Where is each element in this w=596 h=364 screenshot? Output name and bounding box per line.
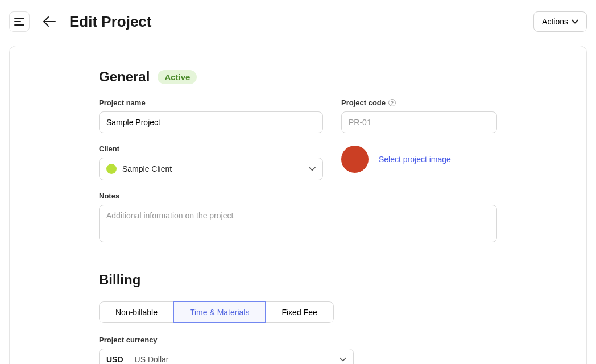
- project-image-preview: [341, 146, 369, 173]
- help-icon[interactable]: ?: [388, 99, 396, 106]
- currency-code: USD: [106, 355, 123, 364]
- project-name-label: Project name: [99, 98, 323, 107]
- project-name-input[interactable]: [99, 111, 323, 133]
- project-code-input[interactable]: [341, 111, 497, 133]
- arrow-left-icon: [43, 16, 56, 27]
- client-label: Client: [99, 144, 323, 153]
- back-button[interactable]: [41, 14, 58, 29]
- actions-label: Actions: [542, 17, 568, 26]
- notes-textarea[interactable]: [99, 205, 497, 242]
- page-title: Edit Project: [69, 13, 151, 31]
- select-project-image-link[interactable]: Select project image: [379, 155, 451, 164]
- client-select[interactable]: Sample Client: [99, 158, 323, 180]
- billing-tab-group: Non-billable Time & Materials Fixed Fee: [99, 301, 334, 323]
- chevron-down-icon: [309, 167, 316, 171]
- tab-fixed-fee[interactable]: Fixed Fee: [265, 301, 333, 323]
- currency-select[interactable]: USD US Dollar: [99, 349, 354, 364]
- tab-non-billable[interactable]: Non-billable: [99, 301, 174, 323]
- currency-name: US Dollar: [135, 355, 169, 364]
- client-color-dot: [106, 164, 117, 174]
- project-code-label: Project code ?: [341, 98, 497, 107]
- chevron-down-icon: [572, 19, 578, 24]
- status-badge: Active: [158, 70, 197, 84]
- tab-time-materials[interactable]: Time & Materials: [173, 301, 266, 323]
- billing-section-title: Billing: [99, 272, 140, 288]
- menu-toggle-button[interactable]: [9, 11, 30, 32]
- general-section-title: General: [99, 69, 150, 85]
- actions-dropdown-button[interactable]: Actions: [533, 11, 587, 32]
- notes-label: Notes: [99, 192, 497, 200]
- currency-label: Project currency: [99, 336, 354, 344]
- menu-icon: [14, 18, 24, 26]
- client-value: Sample Client: [122, 164, 172, 173]
- chevron-down-icon: [340, 357, 346, 362]
